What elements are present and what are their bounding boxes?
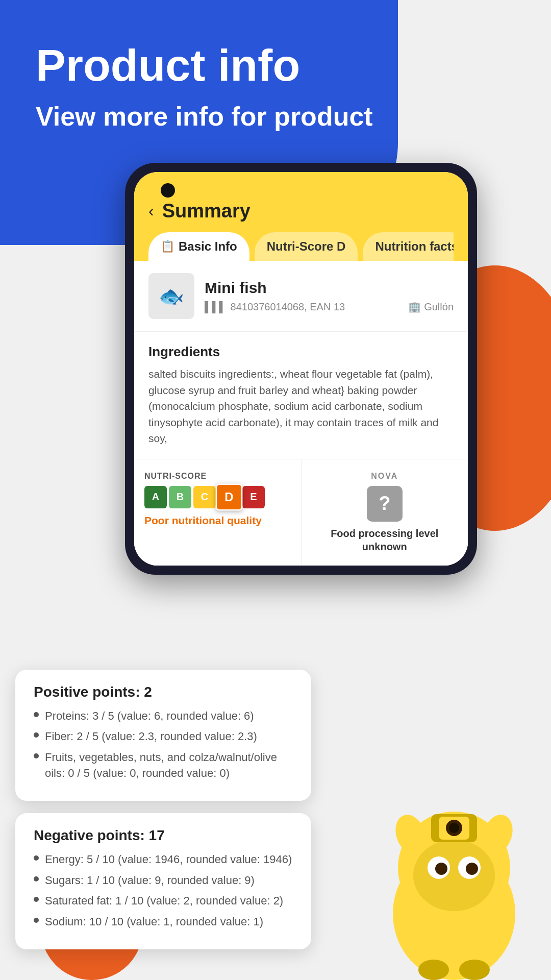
negative-item-1-text: Sugars: 1 / 10 (value: 9, rounded value:… bbox=[45, 873, 255, 889]
product-brand: 🏢 Gullón bbox=[408, 301, 454, 313]
nova-badge: ? bbox=[367, 486, 403, 522]
nova-label: NOVA bbox=[371, 472, 398, 481]
bullet-icon bbox=[34, 876, 39, 881]
bullet-icon bbox=[34, 918, 39, 923]
product-image: 🐟 bbox=[148, 273, 194, 319]
page-subtitle: View more info for product bbox=[36, 101, 515, 132]
tab-nutri-score[interactable]: Nutri-Score D bbox=[255, 232, 358, 261]
nutri-a: A bbox=[144, 486, 167, 508]
positive-item-2-text: Fruits, vegetables, nuts, and colza/waln… bbox=[45, 750, 293, 781]
tab-nutrition-facts-label: Nutrition facts bbox=[375, 239, 454, 254]
positive-item-1: Fiber: 2 / 5 (value: 2.3, rounded value:… bbox=[34, 729, 293, 745]
bullet-icon bbox=[34, 897, 39, 902]
negative-item-3: Sodium: 10 / 10 (value: 1, rounded value… bbox=[34, 914, 293, 930]
positive-card: Positive points: 2 Proteins: 3 / 5 (valu… bbox=[15, 670, 311, 801]
nutri-c: C bbox=[193, 486, 216, 508]
nova-text: Food processing level unknown bbox=[312, 527, 458, 553]
brand-name: Gullón bbox=[424, 301, 454, 313]
positive-item-2: Fruits, vegetables, nuts, and colza/waln… bbox=[34, 750, 293, 781]
product-meta: ▌▌▌ 8410376014068, EAN 13 🏢 Gullón bbox=[205, 301, 454, 313]
positive-card-title: Positive points: 2 bbox=[34, 684, 293, 700]
screen-title: Summary bbox=[162, 200, 251, 222]
svg-point-12 bbox=[449, 823, 459, 833]
camera-hole bbox=[161, 183, 175, 198]
tab-nutrition-facts[interactable]: Nutrition facts bbox=[363, 232, 454, 261]
negative-item-2: Saturated fat: 1 / 10 (value: 2, rounded… bbox=[34, 893, 293, 909]
tabs-row: 📋 Basic Info Nutri-Score D Nutrition fac… bbox=[148, 232, 454, 261]
barcode-value: 8410376014068, EAN 13 bbox=[231, 301, 345, 313]
positive-item-0-text: Proteins: 3 / 5 (value: 6, rounded value… bbox=[45, 708, 254, 724]
negative-item-0: Energy: 5 / 10 (value: 1946, rounded val… bbox=[34, 852, 293, 868]
nova-card: NOVA ? Food processing level unknown bbox=[302, 459, 468, 566]
svg-point-13 bbox=[418, 960, 449, 980]
tab-basic-info[interactable]: 📋 Basic Info bbox=[148, 232, 249, 261]
app-header: ‹ Summary 📋 Basic Info Nutri-Score D Nut… bbox=[134, 172, 468, 261]
product-barcode: ▌▌▌ 8410376014068, EAN 13 bbox=[205, 301, 345, 313]
barcode-icon: ▌▌▌ bbox=[205, 301, 227, 313]
nutri-score-card: NUTRI-SCORE A B C D E Poor nutritional q… bbox=[134, 459, 302, 566]
nutri-e: E bbox=[242, 486, 265, 508]
page-title: Product info bbox=[36, 41, 515, 90]
svg-point-2 bbox=[413, 840, 495, 911]
brand-icon: 🏢 bbox=[408, 301, 421, 313]
nutri-score-label: NUTRI-SCORE bbox=[144, 472, 291, 481]
basic-info-icon: 📋 bbox=[161, 240, 174, 253]
bullet-icon bbox=[34, 712, 39, 717]
bullet-icon bbox=[34, 753, 39, 758]
title-bar: ‹ Summary bbox=[148, 200, 454, 222]
header-section: Product info View more info for product bbox=[0, 0, 551, 153]
tab-nutri-score-label: Nutri-Score D bbox=[267, 239, 346, 254]
negative-item-3-text: Sodium: 10 / 10 (value: 1, rounded value… bbox=[45, 914, 263, 930]
product-name: Mini fish bbox=[205, 279, 454, 297]
mascot bbox=[378, 786, 541, 980]
product-card: 🐟 Mini fish ▌▌▌ 8410376014068, EAN 13 🏢 … bbox=[134, 261, 468, 332]
bullet-icon bbox=[34, 732, 39, 738]
negative-item-0-text: Energy: 5 / 10 (value: 1946, rounded val… bbox=[45, 852, 292, 868]
score-row: NUTRI-SCORE A B C D E Poor nutritional q… bbox=[134, 459, 468, 566]
ingredients-title: Ingredients bbox=[148, 344, 454, 360]
nutri-quality-text: Poor nutritional quality bbox=[144, 514, 291, 527]
negative-item-1: Sugars: 1 / 10 (value: 9, rounded value:… bbox=[34, 873, 293, 889]
negative-card: Negative points: 17 Energy: 5 / 10 (valu… bbox=[15, 813, 311, 949]
ingredients-section: Ingredients salted biscuits ingredients:… bbox=[134, 332, 468, 459]
phone-screen: ‹ Summary 📋 Basic Info Nutri-Score D Nut… bbox=[134, 172, 468, 566]
positive-item-1-text: Fiber: 2 / 5 (value: 2.3, rounded value:… bbox=[45, 729, 257, 745]
back-button[interactable]: ‹ bbox=[148, 202, 154, 220]
ingredients-text: salted biscuits ingredients:, wheat flou… bbox=[148, 366, 454, 447]
negative-card-title: Negative points: 17 bbox=[34, 827, 293, 844]
bullet-icon bbox=[34, 855, 39, 861]
product-info: Mini fish ▌▌▌ 8410376014068, EAN 13 🏢 Gu… bbox=[205, 279, 454, 313]
svg-point-14 bbox=[459, 960, 490, 980]
nutri-b: B bbox=[169, 486, 191, 508]
floating-cards: Positive points: 2 Proteins: 3 / 5 (valu… bbox=[15, 670, 311, 949]
svg-point-6 bbox=[466, 863, 478, 875]
content-area: 🐟 Mini fish ▌▌▌ 8410376014068, EAN 13 🏢 … bbox=[134, 261, 468, 566]
negative-item-2-text: Saturated fat: 1 / 10 (value: 2, rounded… bbox=[45, 893, 283, 909]
svg-point-5 bbox=[435, 863, 447, 875]
tab-basic-info-label: Basic Info bbox=[179, 239, 237, 254]
positive-item-0: Proteins: 3 / 5 (value: 6, rounded value… bbox=[34, 708, 293, 724]
nutri-d: D bbox=[216, 483, 243, 510]
phone-frame: ‹ Summary 📋 Basic Info Nutri-Score D Nut… bbox=[125, 163, 477, 575]
nutri-score-bar: A B C D E bbox=[144, 486, 291, 508]
